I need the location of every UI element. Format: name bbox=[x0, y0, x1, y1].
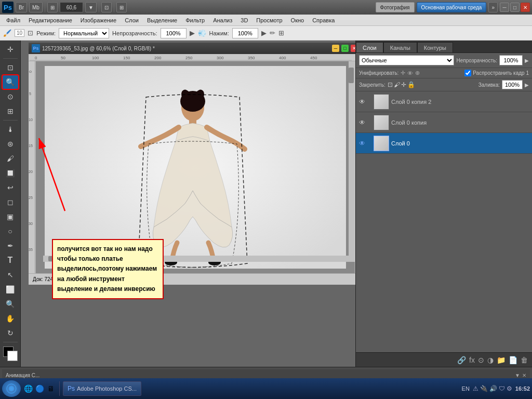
spot-heal-tool[interactable]: ⊛ bbox=[3, 137, 18, 151]
zoom-dropdown[interactable]: ▼ bbox=[85, 2, 97, 12]
antivirus-icon[interactable]: 🛡 bbox=[499, 385, 505, 392]
layer-item-layer0[interactable]: 👁 Слой 0 bbox=[356, 133, 532, 154]
tab-channels[interactable]: Каналы bbox=[383, 42, 417, 52]
unify-visibility-icon[interactable]: 👁 bbox=[407, 70, 413, 76]
mode-select[interactable]: Нормальный bbox=[59, 28, 109, 38]
extra-button[interactable]: ⊞ bbox=[116, 2, 127, 12]
app-maximize-button[interactable]: □ bbox=[510, 3, 520, 12]
zoom-tool[interactable]: 🔍 bbox=[3, 297, 18, 311]
flow-arrow-icon[interactable]: ▶ bbox=[261, 29, 267, 37]
lasso-tool[interactable]: 🔍 bbox=[3, 75, 18, 89]
layer-style-icon[interactable]: fx bbox=[469, 356, 475, 364]
menu-filter[interactable]: Фильтр bbox=[181, 16, 209, 24]
tab-layers[interactable]: Слои bbox=[356, 42, 383, 52]
brush-tool[interactable]: 🖌 bbox=[3, 152, 18, 165]
app-minimize-button[interactable]: ─ bbox=[500, 3, 509, 12]
canvas-minimize-button[interactable]: ─ bbox=[332, 45, 339, 52]
link-layers-icon[interactable]: 🔗 bbox=[457, 356, 466, 364]
adjustment-layer-icon[interactable]: ◑ bbox=[487, 356, 494, 364]
airbrush-icon[interactable]: 💨 bbox=[198, 29, 206, 37]
menu-image[interactable]: Изображение bbox=[76, 16, 121, 24]
workspace-expand-button[interactable]: » bbox=[488, 2, 498, 12]
bridge-button[interactable]: Br bbox=[16, 2, 27, 12]
path-select-tool[interactable]: ↖ bbox=[3, 268, 18, 282]
add-mask-icon[interactable]: ⊙ bbox=[478, 356, 484, 364]
menu-help[interactable]: Справка bbox=[308, 16, 339, 24]
move-tool[interactable]: ✛ bbox=[3, 43, 18, 56]
animation-collapse-icon[interactable]: ▼ bbox=[515, 373, 520, 378]
menu-view[interactable]: Просмотр bbox=[252, 16, 286, 24]
tab-paths[interactable]: Контуры bbox=[417, 42, 453, 52]
lock-all-icon[interactable]: 🔒 bbox=[407, 81, 415, 88]
layer-visibility-eye-icon[interactable]: 👁 bbox=[358, 139, 366, 148]
layer-item-copy1[interactable]: 👁 Слой 0 копия bbox=[356, 112, 532, 133]
extra-option-icon[interactable]: ⊞ bbox=[278, 29, 284, 37]
spread-checkbox[interactable] bbox=[464, 70, 471, 76]
canvas-arrange-button[interactable]: ⊞ bbox=[47, 2, 58, 12]
vscroll-thumb[interactable] bbox=[349, 68, 354, 83]
canvas-vscroll[interactable] bbox=[349, 61, 355, 262]
tablet-icon[interactable]: ✏ bbox=[270, 29, 275, 37]
marquee-tool[interactable]: ⊡ bbox=[3, 61, 18, 74]
app-close-button[interactable]: ✕ bbox=[521, 3, 530, 12]
layer-visibility-icon[interactable]: 👁 bbox=[358, 98, 366, 106]
quick-select-tool[interactable]: ⊙ bbox=[3, 90, 18, 103]
unify-position-icon[interactable]: ✛ bbox=[401, 70, 405, 76]
canvas-close-button[interactable]: ✕ bbox=[351, 45, 355, 52]
eraser-tool[interactable]: ◻ bbox=[3, 195, 18, 209]
menu-3d[interactable]: 3D bbox=[236, 16, 252, 24]
background-color-swatch[interactable] bbox=[7, 351, 18, 361]
start-button[interactable] bbox=[2, 380, 21, 397]
fill-expand[interactable]: ▶ bbox=[525, 82, 529, 88]
ie2-icon[interactable]: 🔵 bbox=[34, 383, 45, 394]
spread-frame-check[interactable]: Распространить кадр 1 bbox=[464, 70, 529, 76]
menu-window[interactable]: Окно bbox=[287, 16, 309, 24]
gradient-tool[interactable]: ▣ bbox=[3, 210, 18, 223]
ie-icon[interactable]: 🌐 bbox=[23, 383, 33, 394]
layer-item-copy2[interactable]: 👁 Слой 0 копия 2 bbox=[356, 91, 532, 112]
unify-style-icon[interactable]: ⊕ bbox=[415, 70, 420, 76]
stamp-tool[interactable]: 🔲 bbox=[3, 166, 18, 180]
rotate-view-tool[interactable]: ↻ bbox=[3, 326, 18, 340]
new-layer-icon[interactable]: 📄 bbox=[509, 356, 517, 364]
menu-analysis[interactable]: Анализ bbox=[209, 16, 236, 24]
menu-select[interactable]: Выделение bbox=[143, 16, 181, 24]
screen-mode-button[interactable]: ⊡ bbox=[101, 2, 112, 12]
mini-bridge-button[interactable]: Mb bbox=[29, 2, 43, 12]
hand-tool[interactable]: ✋ bbox=[3, 312, 18, 325]
delete-layer-icon[interactable]: 🗑 bbox=[521, 356, 528, 364]
lock-paint-icon[interactable]: 🖌 bbox=[394, 81, 400, 88]
blend-mode-select[interactable]: Обычные bbox=[359, 55, 454, 65]
history-brush-tool[interactable]: ↩ bbox=[3, 181, 18, 194]
shape-tool[interactable]: ⬜ bbox=[3, 283, 18, 296]
pen-tool[interactable]: ✒ bbox=[3, 239, 18, 252]
animation-close-icon[interactable]: ✕ bbox=[522, 373, 526, 378]
brush-preset-icon[interactable]: ⊡ bbox=[28, 29, 33, 37]
workspace-photography-button[interactable]: Фотография bbox=[376, 2, 415, 12]
opacity-input[interactable] bbox=[161, 28, 187, 38]
canvas-maximize-button[interactable]: □ bbox=[341, 45, 349, 52]
lock-transparency-icon[interactable]: ⊡ bbox=[388, 81, 393, 88]
text-tool[interactable]: T bbox=[3, 254, 18, 267]
alert-icon[interactable]: ⚠ bbox=[473, 385, 478, 392]
desktop-icon[interactable]: 🖥 bbox=[46, 383, 56, 394]
layer-visibility-icon[interactable]: 👁 bbox=[358, 118, 366, 127]
network-icon[interactable]: 🔌 bbox=[480, 385, 488, 392]
extra-tray-icon[interactable]: ⚙ bbox=[507, 385, 512, 392]
eyedropper-tool[interactable]: 🌡 bbox=[3, 123, 18, 136]
lock-move-icon[interactable]: ✛ bbox=[401, 81, 406, 88]
menu-file[interactable]: Файл bbox=[2, 16, 24, 24]
dodge-tool[interactable]: ○ bbox=[3, 224, 18, 238]
crop-tool[interactable]: ⊞ bbox=[3, 104, 18, 118]
flow-input[interactable] bbox=[232, 28, 258, 38]
fill-input[interactable] bbox=[502, 80, 523, 89]
opacity-expand[interactable]: ▶ bbox=[525, 58, 529, 63]
menu-layers[interactable]: Слои bbox=[121, 16, 143, 24]
new-group-icon[interactable]: 📁 bbox=[497, 356, 506, 364]
workspace-default-button[interactable]: Основная рабочая среда bbox=[417, 2, 487, 12]
photoshop-taskbar-app[interactable]: Ps Adobe Photoshop CS... bbox=[63, 381, 141, 396]
opacity-arrow-icon[interactable]: ▶ bbox=[190, 29, 195, 37]
volume-icon[interactable]: 🔊 bbox=[489, 385, 497, 392]
layer-opacity-input[interactable] bbox=[499, 55, 523, 65]
menu-edit[interactable]: Редактирование bbox=[24, 16, 76, 24]
